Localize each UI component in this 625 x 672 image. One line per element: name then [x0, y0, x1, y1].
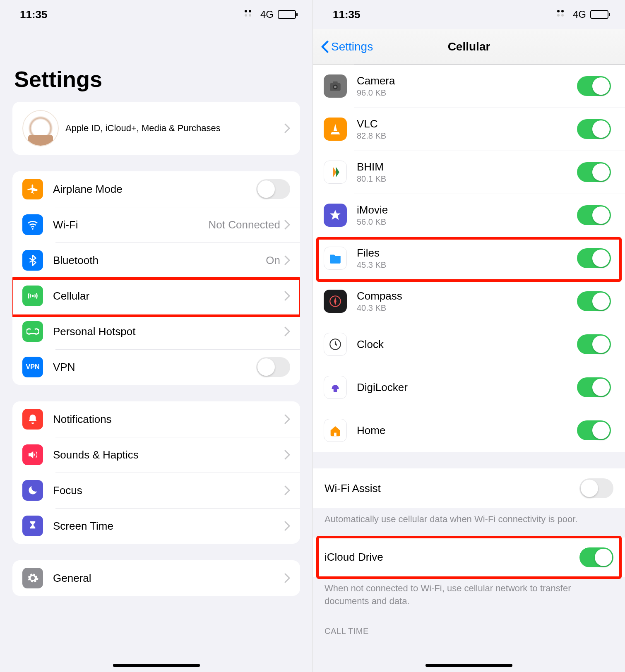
icloud-drive-label: iCloud Drive	[325, 551, 579, 564]
app-row-files[interactable]: Files45.3 KB	[313, 237, 625, 280]
app-toggle[interactable]	[577, 119, 611, 139]
app-name: Files	[357, 247, 577, 259]
sounds-row[interactable]: Sounds & Haptics	[12, 437, 300, 473]
bell-icon	[22, 409, 43, 430]
profile-group: Apple ID, iCloud+, Media & Purchases	[12, 102, 300, 155]
app-name: DigiLocker	[357, 381, 577, 394]
bluetooth-row[interactable]: Bluetooth On	[12, 242, 300, 278]
wifi-assist-note: Automatically use cellular data when Wi-…	[313, 508, 625, 538]
star-icon	[324, 204, 347, 227]
back-button[interactable]: Settings	[321, 40, 373, 53]
chevron-right-icon	[284, 220, 290, 230]
sounds-group: Notifications Sounds & Haptics Focus Scr…	[12, 401, 300, 544]
app-size: 40.3 KB	[357, 303, 577, 313]
wifi-assist-toggle[interactable]	[579, 478, 613, 498]
network-label: 4G	[573, 9, 586, 20]
app-toggle[interactable]	[577, 334, 611, 354]
app-row-bhim[interactable]: BHIM80.1 KB	[313, 151, 625, 194]
chevron-right-icon	[284, 485, 290, 495]
app-size: 96.0 KB	[357, 88, 577, 98]
wifi-row[interactable]: Wi-Fi Not Connected	[12, 207, 300, 242]
app-toggle[interactable]	[577, 377, 611, 397]
icloud-drive-section: iCloud Drive	[313, 538, 625, 577]
wifi-assist-row[interactable]: Wi-Fi Assist	[313, 468, 625, 508]
cellular-icon	[22, 286, 43, 306]
svg-rect-8	[334, 388, 337, 392]
vpn-label: VPN	[53, 361, 256, 374]
app-data-usage-list: Camera96.0 KBVLC82.8 KBBHIM80.1 KBiMovie…	[313, 65, 625, 452]
airplane-label: Airplane Mode	[53, 183, 256, 196]
bluetooth-label: Bluetooth	[53, 254, 266, 267]
status-bar: 11:35 4G	[313, 0, 625, 29]
hotspot-row[interactable]: Personal Hotspot	[12, 314, 300, 349]
settings-screen: 11:35 4G Settings Apple ID, iCloud+, Med…	[0, 0, 312, 672]
page-title: Settings	[0, 29, 312, 102]
app-name: Compass	[357, 290, 577, 302]
connectivity-group: Airplane Mode Wi-Fi Not Connected Blueto…	[12, 171, 300, 385]
camera-icon	[324, 74, 347, 98]
app-name: VLC	[357, 118, 577, 130]
home-indicator[interactable]	[425, 664, 512, 667]
bluetooth-icon	[22, 250, 43, 271]
wifi-detail: Not Connected	[209, 218, 280, 231]
speaker-icon	[22, 444, 43, 465]
apple-id-label: Apple ID, iCloud+, Media & Purchases	[65, 122, 284, 134]
apple-id-row[interactable]: Apple ID, iCloud+, Media & Purchases	[12, 102, 300, 155]
general-row[interactable]: General	[12, 560, 300, 596]
airplane-mode-row[interactable]: Airplane Mode	[12, 171, 300, 207]
bluetooth-detail: On	[266, 254, 280, 267]
app-row-digilocker[interactable]: DigiLocker	[313, 366, 625, 409]
digilocker-icon	[324, 376, 347, 399]
status-right: 4G	[557, 9, 608, 20]
icloud-drive-toggle[interactable]	[579, 547, 613, 567]
app-toggle[interactable]	[577, 291, 611, 311]
app-row-clock[interactable]: Clock	[313, 323, 625, 366]
app-row-imovie[interactable]: iMovie56.0 KB	[313, 194, 625, 237]
home-indicator[interactable]	[113, 664, 200, 667]
home-icon	[324, 419, 347, 442]
notifications-row[interactable]: Notifications	[12, 401, 300, 437]
screentime-row[interactable]: Screen Time	[12, 508, 300, 544]
chevron-right-icon	[284, 291, 290, 301]
wifi-assist-label: Wi-Fi Assist	[325, 482, 579, 495]
app-toggle[interactable]	[577, 162, 611, 182]
chevron-right-icon	[284, 255, 290, 265]
airplane-icon	[22, 179, 43, 199]
app-row-home[interactable]: Home	[313, 409, 625, 452]
app-row-vlc[interactable]: VLC82.8 KB	[313, 108, 625, 151]
cellular-screen: 11:35 4G Settings Cellular Camera96.0 KB…	[312, 0, 625, 672]
signal-icon	[557, 10, 569, 19]
svg-point-0	[32, 228, 34, 230]
app-toggle[interactable]	[577, 205, 611, 225]
hotspot-icon	[22, 321, 43, 342]
wifi-label: Wi-Fi	[53, 218, 209, 231]
folder-icon	[324, 247, 347, 270]
cellular-row[interactable]: Cellular	[12, 278, 300, 314]
compass-icon	[324, 290, 347, 313]
app-row-compass[interactable]: Compass40.3 KB	[313, 280, 625, 323]
vpn-toggle[interactable]	[256, 357, 290, 377]
hourglass-icon	[22, 516, 43, 536]
general-group: General	[12, 560, 300, 596]
app-size: 45.3 KB	[357, 260, 577, 270]
general-label: General	[53, 572, 284, 585]
call-time-header: CALL TIME	[313, 619, 625, 640]
status-bar: 11:35 4G	[0, 0, 312, 29]
gear-icon	[22, 568, 43, 588]
wifi-icon	[22, 214, 43, 235]
chevron-right-icon	[284, 414, 290, 424]
app-toggle[interactable]	[577, 420, 611, 440]
svg-rect-5	[333, 82, 337, 84]
focus-row[interactable]: Focus	[12, 473, 300, 508]
icloud-drive-row[interactable]: iCloud Drive	[313, 538, 625, 577]
app-name: Clock	[357, 338, 577, 351]
app-row-camera[interactable]: Camera96.0 KB	[313, 65, 625, 108]
app-toggle[interactable]	[577, 248, 611, 268]
icloud-drive-note: When not connected to Wi-Fi, use cellula…	[313, 577, 625, 619]
vlc-icon	[324, 118, 347, 141]
network-label: 4G	[260, 9, 274, 20]
app-toggle[interactable]	[577, 76, 611, 96]
vpn-icon: VPN	[22, 357, 43, 377]
airplane-toggle[interactable]	[256, 179, 290, 199]
vpn-row[interactable]: VPN VPN	[12, 349, 300, 385]
